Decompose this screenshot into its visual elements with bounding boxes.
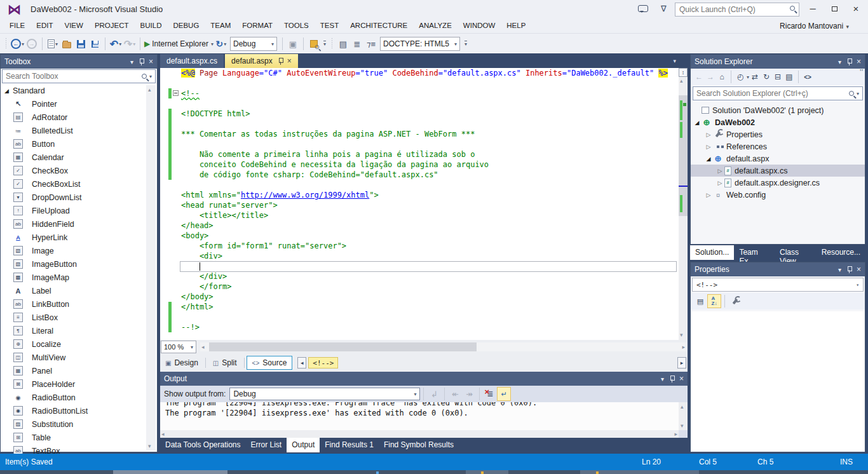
close-button[interactable]: × [848,3,864,15]
find-in-files-button[interactable] [308,36,320,51]
toolbox-item-placeholder[interactable]: ⊠PlaceHolder [1,377,157,391]
code-line-19[interactable]: <div> [160,251,679,261]
close-icon[interactable]: × [287,57,292,65]
tag-navigate-back-icon[interactable]: ◂ [297,357,306,369]
new-item-button[interactable]: ▾ [46,36,59,51]
toolbar-overflow-button[interactable]: '' [860,69,864,76]
code-line-10[interactable]: conceito CodeBehind e necessita da ligaç… [160,159,679,170]
increase-indent-button[interactable]: ⁊≡ [365,36,377,51]
save-button[interactable] [74,36,87,51]
pending-changes-filter-icon[interactable]: ◴ [735,71,746,83]
clear-all-button[interactable]: ≣ [483,387,497,401]
window-position-icon[interactable]: ▾ [661,376,664,383]
toolbox-item-linkbutton[interactable]: abLinkButton [1,297,157,311]
close-icon[interactable]: × [857,57,861,66]
editor-horizontal-scrollbar[interactable]: ◂ ▸ [200,342,686,351]
menu-help[interactable]: HELP [501,19,531,33]
editor-vertical-scrollbar[interactable]: ↕ ▴ ▾ [679,68,688,340]
attach-to-process-button[interactable]: ▣ [287,36,299,51]
toolbar-grip[interactable] [330,38,334,50]
toolbox-item-dropdownlist[interactable]: ▾DropDownList [1,191,157,204]
pin-icon[interactable] [139,58,144,65]
menu-edit[interactable]: EDIT [31,19,58,33]
properties-grid[interactable] [691,311,864,451]
notifications-icon[interactable]: ∇ [661,4,667,13]
save-all-button[interactable] [88,36,101,51]
toolbox-item-pointer[interactable]: ↖Pointer [1,97,157,111]
taskbar-button[interactable] [113,470,227,474]
view-source-button[interactable]: <>Source [247,356,293,370]
redo-button[interactable]: ↷▾ [123,36,136,51]
pin-icon[interactable] [847,58,851,65]
tag-breadcrumb[interactable]: <!--> [308,357,338,369]
code-line-26[interactable]: --!> [160,322,679,332]
code-line-4[interactable] [160,98,679,109]
solution-configuration-combo[interactable]: Debug▾ [230,37,277,51]
quick-launch-input[interactable] [675,3,783,16]
code-line-15[interactable]: <title></title> [160,210,679,220]
doctype-combo[interactable]: DOCTYPE: HTML5▾ [380,37,460,51]
back-icon[interactable]: ← [693,71,705,83]
open-file-button[interactable] [60,36,73,51]
collapse-icon[interactable]: ◢ [693,119,701,126]
tree-item-references[interactable]: ▷References [691,140,865,152]
show-all-files-icon[interactable]: ▤ [783,71,795,83]
menu-test[interactable]: TEST [315,19,344,33]
toolbox-item-adrotator[interactable]: ▤AdRotator [1,111,157,124]
code-line-21[interactable]: </div> [160,271,679,281]
output-log[interactable]: The program '[22904] iisexpress.exe: Pro… [160,402,679,430]
toolbox-item-calendar[interactable]: ▦Calendar [1,151,157,164]
panel-tab-find-results-1[interactable]: Find Results 1 [320,438,379,452]
toolbox-item-substitution[interactable]: ▨Substitution [1,417,157,431]
expand-icon[interactable]: ▷ [705,192,712,198]
close-icon[interactable]: × [857,265,861,274]
feedback-icon[interactable] [638,5,648,12]
taskbar-icon[interactable] [376,471,379,474]
scroll-down-icon[interactable]: ▾ [681,423,684,429]
minimize-button[interactable]: ─ [804,3,821,15]
output-horizontal-scrollbar[interactable]: ◂ ▸ [160,430,679,438]
scroll-up-icon[interactable]: ▴ [681,403,684,410]
pin-icon[interactable] [278,58,283,65]
split-window-handle[interactable]: ↕ [679,68,688,77]
menu-project[interactable]: PROJECT [89,19,135,33]
pin-icon[interactable] [847,266,851,273]
next-message-button[interactable]: ↠ [462,387,476,401]
tool-tab-solution-[interactable]: Solution... [690,245,734,260]
code-line-17[interactable]: <body> [160,231,679,241]
toolbox-item-table[interactable]: ⊞Table [1,431,157,444]
view-split-button[interactable]: ◫Split [208,356,242,370]
tool-tab-team-ex-[interactable]: Team Ex... [734,245,775,260]
code-line-14[interactable]: <head runat="server"> [160,200,679,210]
expand-icon[interactable]: ▷ [705,144,712,150]
undo-button[interactable]: ↶▾ [109,36,122,51]
menu-architecture[interactable]: ARCHITECTURE [344,19,413,33]
code-line-11[interactable]: de código fonte csharp: CodeBehind="defa… [160,170,679,180]
solution-explorer-search[interactable]: ▾ [693,86,863,100]
home-icon[interactable]: ⌂ [716,71,728,83]
toolbar-overflow-button[interactable]: ▾ [465,41,467,47]
toolbox-item-localize[interactable]: ⊕Localize [1,337,157,351]
user-account-button[interactable]: Ricardo Mantovani ▾ [780,22,849,30]
properties-object-combo[interactable]: <!--> ▾ [692,278,864,292]
scroll-up-icon[interactable]: ▴ [148,86,151,93]
toolbox-item-label[interactable]: ALabel [1,284,157,297]
toolbox-item-image[interactable]: ▧Image [1,244,157,257]
scroll-right-icon[interactable]: ▸ [674,431,677,437]
expand-icon[interactable]: ▷ [716,168,724,174]
tree-item-web-config[interactable]: ▷¤Web.config [691,189,865,201]
menu-format[interactable]: FORMAT [236,19,278,33]
quick-launch-box[interactable] [675,3,799,17]
scroll-down-icon[interactable]: ▾ [680,332,683,338]
format-document-button[interactable]: ▤ [337,36,349,51]
solution-explorer-search-input[interactable] [693,89,849,98]
output-source-combo[interactable]: Debug▾ [229,388,420,400]
code-line-5[interactable]: <!DOCTYPE html> [160,109,679,119]
word-wrap-button[interactable]: ↵ [497,387,511,401]
document-tab-default.aspx.cs[interactable]: default.aspx.cs [160,54,224,68]
menu-window[interactable]: WINDOW [458,19,501,33]
alphabetical-icon[interactable]: AZ↓ [707,294,721,308]
refresh-icon[interactable]: ↻ [761,71,772,83]
goto-message-button[interactable]: ↲ [427,387,441,401]
code-line-18[interactable]: <form id="form1" runat="server"> [160,241,679,251]
